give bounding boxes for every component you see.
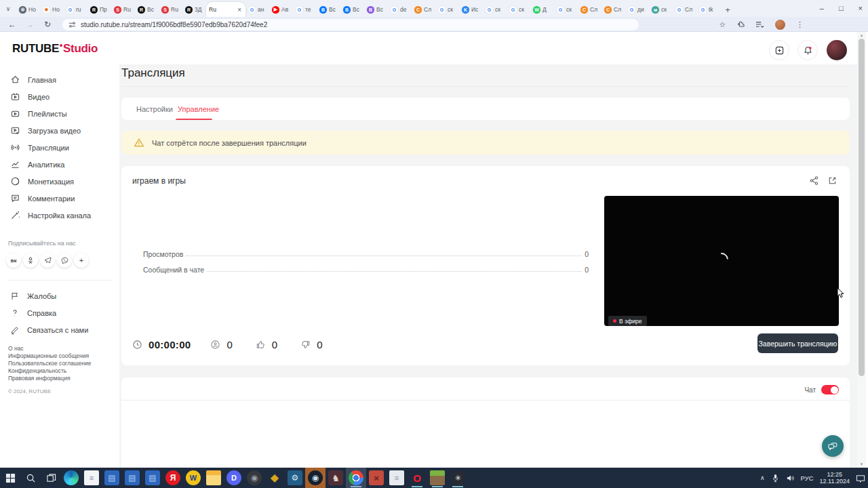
browser-tab[interactable]: S Ru: [159, 2, 182, 17]
window-minimize-button[interactable]: –: [820, 4, 824, 12]
footer-link[interactable]: Пользовательское соглашение: [8, 360, 119, 367]
social-ok-button[interactable]: [23, 253, 38, 268]
sidebar-item-video[interactable]: Видео: [0, 88, 119, 105]
tray-expand-icon[interactable]: ∧: [760, 474, 765, 481]
browser-tab[interactable]: G de: [388, 2, 412, 17]
sidebar-item-streams[interactable]: Трансляции: [0, 139, 119, 156]
footer-link[interactable]: Информационные сообщения: [8, 352, 119, 360]
notification-center-icon[interactable]: [856, 474, 865, 483]
microphone-icon[interactable]: [771, 474, 780, 483]
browser-profile-avatar[interactable]: [775, 20, 785, 30]
window-close-button[interactable]: ×: [859, 4, 863, 12]
taskbar-app[interactable]: ✳: [448, 468, 468, 488]
taskbar-app[interactable]: [427, 468, 448, 488]
speaker-icon[interactable]: [786, 474, 795, 483]
taskbar-app[interactable]: ◉: [305, 468, 326, 488]
address-bar[interactable]: studio.rutube.ru/stream/1f9006bdf8e5907e…: [62, 19, 639, 30]
bookmark-star-icon[interactable]: ☆: [719, 20, 726, 29]
taskbar-app[interactable]: ◉: [244, 468, 264, 488]
taskbar-app[interactable]: O: [407, 468, 427, 488]
rutube-studio-logo[interactable]: RUTUBEStudio: [12, 42, 98, 56]
forward-button[interactable]: →: [23, 17, 37, 32]
browser-tab[interactable]: B Вс: [364, 2, 388, 17]
sidebar-item-comments[interactable]: Комментарии: [0, 190, 119, 207]
social-more-button[interactable]: +: [74, 253, 89, 268]
browser-tab[interactable]: G tk: [696, 2, 720, 17]
reading-list-icon[interactable]: [755, 21, 764, 28]
sidebar-item-monetization[interactable]: Монетизация: [0, 173, 119, 190]
back-button[interactable]: ←: [5, 17, 19, 32]
browser-tab[interactable]: R Пр: [87, 2, 111, 17]
browser-tab[interactable]: K Ис: [459, 2, 483, 17]
social-telegram-button[interactable]: [40, 253, 55, 268]
browser-tab[interactable]: B Вс: [317, 2, 340, 17]
new-tab-button[interactable]: +: [720, 2, 735, 17]
browser-tab[interactable]: G ск: [554, 2, 578, 17]
browser-tab[interactable]: м ск: [649, 2, 673, 17]
tab-control[interactable]: Управление: [178, 98, 219, 120]
reload-button[interactable]: ↻: [41, 17, 54, 32]
taskbar-app[interactable]: ≡: [81, 468, 102, 488]
browser-tab[interactable]: G те: [293, 2, 317, 17]
window-maximize-button[interactable]: □: [839, 4, 844, 12]
page-scrollbar[interactable]: ▲ ▼: [857, 32, 866, 468]
footer-link[interactable]: Конфиденциальность: [8, 367, 119, 375]
footer-link[interactable]: О нас: [8, 345, 119, 352]
browser-tab[interactable]: S Ru: [111, 2, 135, 17]
taskbar-app[interactable]: ▤: [142, 468, 163, 488]
notifications-button[interactable]: [797, 40, 818, 60]
scrollbar-thumb[interactable]: [859, 39, 865, 376]
browser-tab[interactable]: R 3Д: [182, 2, 206, 17]
taskbar-app[interactable]: ≡: [387, 468, 407, 488]
taskbar-app[interactable]: Я: [163, 468, 183, 488]
taskbar-app[interactable]: W: [183, 468, 203, 488]
footer-link[interactable]: Правовая информация: [8, 375, 119, 382]
sidebar-item-home[interactable]: Главная: [0, 71, 119, 88]
taskbar-app[interactable]: [61, 468, 81, 488]
browser-tab[interactable]: R Вс: [135, 2, 159, 17]
browser-tab-active[interactable]: Ru ×: [206, 2, 245, 17]
browser-tab[interactable]: ◆ Но: [40, 2, 64, 17]
browser-tab[interactable]: С Сл: [578, 2, 601, 17]
sidebar-item-contact[interactable]: Связаться с нами: [0, 321, 119, 338]
browser-tab[interactable]: W Д: [530, 2, 554, 17]
social-viber-button[interactable]: [57, 253, 72, 268]
user-avatar[interactable]: [827, 40, 847, 60]
open-external-icon[interactable]: [827, 176, 837, 186]
taskbar-app[interactable]: ⚙: [285, 468, 305, 488]
taskbar-app[interactable]: ▤: [122, 468, 142, 488]
tab-search-button[interactable]: ∨: [0, 0, 16, 17]
browser-tab[interactable]: ▶ Ав: [269, 2, 293, 17]
scroll-up-arrow[interactable]: ▲: [857, 33, 866, 37]
browser-tab[interactable]: ◉ Но: [16, 2, 40, 17]
browser-tab[interactable]: G ан: [245, 2, 269, 17]
upload-button[interactable]: [769, 40, 789, 60]
browser-tab[interactable]: G Сл: [673, 2, 696, 17]
browser-tab[interactable]: G ск: [507, 2, 530, 17]
browser-menu-icon[interactable]: ⋮: [796, 20, 804, 29]
browser-tab[interactable]: B Вс: [340, 2, 364, 17]
social-vk-button[interactable]: вк: [6, 253, 21, 268]
tab-settings[interactable]: Настройки: [136, 98, 173, 120]
sidebar-item-channel-settings[interactable]: Настройка канала: [0, 207, 119, 224]
taskbar-search-button[interactable]: [20, 468, 41, 488]
taskbar-app[interactable]: [346, 468, 366, 488]
chat-toggle[interactable]: [821, 385, 839, 394]
support-chat-fab[interactable]: [822, 435, 844, 457]
finish-stream-button[interactable]: Завершить трансляцию: [757, 333, 838, 353]
extensions-icon[interactable]: [736, 20, 745, 28]
scroll-down-arrow[interactable]: ▼: [857, 462, 866, 466]
share-icon[interactable]: [809, 176, 819, 186]
browser-tab[interactable]: С Сл: [601, 2, 625, 17]
taskbar-app[interactable]: ×: [366, 468, 387, 488]
language-indicator[interactable]: РУС: [801, 474, 814, 482]
tab-close-icon[interactable]: ×: [236, 6, 243, 14]
sidebar-item-analytics[interactable]: Аналитика: [0, 156, 119, 173]
taskbar-app[interactable]: ◆: [264, 468, 285, 488]
taskbar-app[interactable]: ♞: [326, 468, 346, 488]
thumb-up-icon[interactable]: [256, 340, 266, 350]
taskbar-app[interactable]: [203, 468, 224, 488]
browser-tab[interactable]: G ск: [483, 2, 507, 17]
browser-tab[interactable]: G ск: [435, 2, 459, 17]
sidebar-item-upload[interactable]: Загрузка видео: [0, 122, 119, 139]
